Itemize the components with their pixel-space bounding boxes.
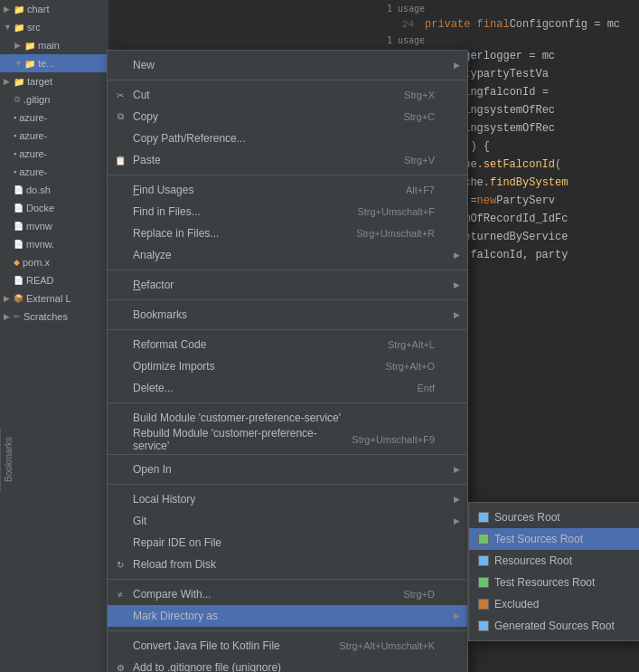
bookmarks-tab[interactable]: Bookmarks	[0, 428, 16, 491]
menu-label-buildmodule: Build Module 'customer-preference-servic…	[133, 412, 341, 424]
menu-item-bookmarks[interactable]: Bookmarks	[108, 304, 467, 326]
menu-item-copypath[interactable]: Copy Path/Reference...	[108, 128, 467, 149]
submenu-item-excluded[interactable]: Excluded	[469, 593, 639, 615]
submenu-label-generatedsourcesroot: Generated Sources Root	[494, 620, 615, 632]
menu-item-git[interactable]: Git	[108, 510, 467, 532]
code-line-1: 24 private final Config config = mc	[387, 15, 632, 33]
tree-item-readme[interactable]: ▶ 📄 READ	[0, 271, 108, 289]
separator-1	[108, 80, 467, 80]
tree-item-chart[interactable]: ▶ 📁 chart	[0, 0, 108, 18]
usage-badge-1: 1 usage	[387, 4, 632, 14]
menu-label-paste: Paste	[133, 154, 161, 166]
menu-item-openin[interactable]: Open In	[108, 459, 467, 480]
compare-icon: ≠	[113, 587, 127, 601]
menu-item-findusages[interactable]: Find Usages Alt+F7	[108, 179, 467, 201]
separator-5	[108, 329, 467, 330]
tree-item-azure1[interactable]: ▶ ▪ azure-	[0, 109, 108, 127]
menu-item-delete[interactable]: Delete... Entf	[108, 377, 467, 399]
menu-item-convertjava[interactable]: Convert Java File to Kotlin File Strg+Al…	[108, 635, 467, 657]
separator-10	[108, 630, 467, 631]
submenu-item-resourcesroot[interactable]: Resources Root	[469, 550, 639, 572]
shortcut-findusages: Alt+F7	[406, 185, 453, 195]
menu-item-paste[interactable]: 📋 Paste Strg+V	[108, 149, 467, 171]
paste-icon: 📋	[113, 153, 127, 167]
shortcut-optimizeimports: Strg+Alt+O	[386, 361, 453, 372]
menu-label-comparewith: Compare With...	[133, 588, 211, 601]
tree-item-target[interactable]: ▶ 📁 target	[0, 72, 108, 90]
reload-icon: ↻	[113, 557, 127, 572]
menu-item-comparewith[interactable]: ≠ Compare With... Strg+D	[108, 583, 467, 605]
tree-item-gitignore[interactable]: ▶ ⚙ .gitign	[0, 90, 108, 109]
menu-item-findinfiles[interactable]: Find in Files... Strg+Umschalt+F	[108, 201, 467, 222]
menu-label-git: Git	[133, 515, 146, 527]
menu-label-repairIDE: Repair IDE on File	[133, 536, 221, 549]
tree-item-main[interactable]: ▶ 📁 main	[0, 36, 108, 54]
submenu-item-sourcesroot[interactable]: Sources Root	[469, 506, 639, 528]
menu-item-reloadfromdisk[interactable]: ↻ Reload from Disk	[108, 554, 467, 575]
tree-item-scratches[interactable]: ▶ ✏ Scratches	[0, 308, 108, 326]
menu-item-new[interactable]: New	[108, 54, 467, 76]
tree-item-te[interactable]: ▼ 📁 te...	[0, 54, 108, 72]
menu-item-copy[interactable]: ⧉ Copy Strg+C	[108, 106, 467, 128]
shortcut-rebuildmodule: Strg+Umschalt+F9	[352, 434, 453, 445]
menu-label-findinfiles: Find in Files...	[133, 205, 201, 218]
excluded-color-box	[478, 599, 489, 610]
submenu-item-testresourcesroot[interactable]: Test Resources Root	[469, 572, 639, 593]
tree-item-docker[interactable]: ▶ 📄 Docke	[0, 199, 108, 217]
copy-icon: ⧉	[113, 109, 127, 124]
menu-item-analyze[interactable]: Analyze	[108, 244, 467, 266]
menu-item-optimizeimports[interactable]: Optimize Imports Strg+Alt+O	[108, 355, 467, 377]
submenu-item-generatedsourcesroot[interactable]: Generated Sources Root	[469, 615, 639, 637]
tree-item-src[interactable]: ▼ 📁 src	[0, 18, 108, 36]
test-sources-root-color-box	[478, 534, 489, 544]
menu-item-refactor[interactable]: Refactor	[108, 274, 467, 296]
submenu-label-testsourcesroot: Test Sources Root	[494, 533, 583, 545]
sources-root-color-box	[478, 512, 489, 523]
menu-item-localhistory[interactable]: Local History	[108, 488, 467, 510]
menu-label-new: New	[133, 59, 155, 71]
shortcut-comparewith: Strg+D	[403, 589, 453, 600]
shortcut-convertjava: Strg+Alt+Umschalt+K	[340, 640, 453, 651]
submenu-item-testsourcesroot[interactable]: Test Sources Root	[469, 528, 639, 550]
tree-item-external[interactable]: ▶ 📦 External L	[0, 289, 108, 308]
menu-label-replaceinfiles: Replace in Files...	[133, 227, 219, 240]
menu-label-copypath: Copy Path/Reference...	[133, 132, 246, 145]
menu-label-delete: Delete...	[133, 382, 174, 394]
cut-icon: ✂	[113, 88, 127, 102]
generated-sources-root-color-box	[478, 620, 489, 631]
separator-2	[108, 175, 467, 175]
menu-label-analyze: Analyze	[133, 249, 172, 261]
menu-item-markdirectoryas[interactable]: Mark Directory as	[108, 605, 467, 627]
tree-item-mvnw[interactable]: ▶ 📄 mvnw	[0, 217, 108, 235]
shortcut-paste: Strg+V	[404, 155, 453, 166]
menu-label-reformatcode: Reformat Code	[133, 338, 206, 351]
separator-9	[108, 579, 467, 580]
tree-item-azure2[interactable]: ▶ ▪ azure-	[0, 127, 108, 145]
menu-item-reformatcode[interactable]: Reformat Code Strg+Alt+L	[108, 334, 467, 355]
menu-item-cut[interactable]: ✂ Cut Strg+X	[108, 84, 467, 106]
context-menu: New ✂ Cut Strg+X ⧉ Copy Strg+C Copy Path…	[107, 50, 468, 672]
menu-item-addtogitignore[interactable]: ⚙ Add to .gitignore file (unignore)	[108, 657, 467, 672]
submenu-label-excluded: Excluded	[494, 598, 539, 610]
menu-label-refactor: Refactor	[133, 279, 174, 291]
file-tree: ▶ 📁 chart ▼ 📁 src ▶ 📁 main ▼ 📁 te... ▶ 📁…	[0, 0, 108, 672]
menu-item-replaceinfiles[interactable]: Replace in Files... Strg+Umschalt+R	[108, 222, 467, 244]
menu-item-rebuildmodule[interactable]: Rebuild Module 'customer-preference-serv…	[108, 429, 467, 450]
tree-item-pom[interactable]: ▶ ◆ pom.x	[0, 253, 108, 271]
test-resources-root-color-box	[478, 577, 489, 588]
separator-8	[108, 484, 467, 485]
submenu-label-resourcesroot: Resources Root	[494, 554, 572, 567]
tree-item-mvnw2[interactable]: ▶ 📄 mvnw.	[0, 235, 108, 253]
menu-label-copy: Copy	[133, 110, 158, 123]
gitignore-icon: ⚙	[113, 660, 127, 672]
tree-item-do-sh[interactable]: ▶ 📄 do.sh	[0, 181, 108, 199]
menu-label-localhistory: Local History	[133, 493, 195, 506]
menu-item-buildmodule[interactable]: Build Module 'customer-preference-servic…	[108, 407, 467, 429]
shortcut-delete: Entf	[417, 383, 453, 393]
tree-item-azure3[interactable]: ▶ ▪ azure-	[0, 145, 108, 163]
tree-item-azure4[interactable]: ▶ ▪ azure-	[0, 163, 108, 181]
menu-label-rebuildmodule: Rebuild Module 'customer-preference-serv…	[133, 427, 352, 452]
menu-label-bookmarks: Bookmarks	[133, 308, 187, 321]
shortcut-cut: Strg+X	[404, 90, 453, 100]
menu-item-repairIDE[interactable]: Repair IDE on File	[108, 532, 467, 554]
